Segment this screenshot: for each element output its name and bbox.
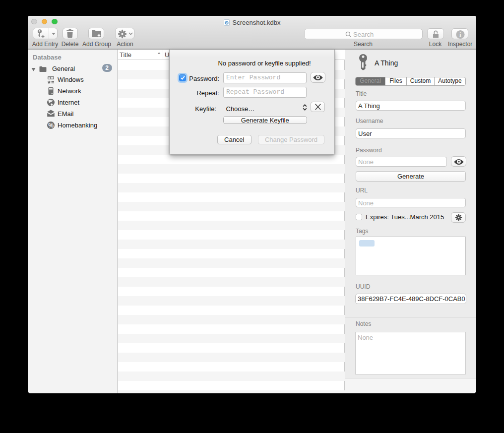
- svg-text:i: i: [459, 31, 461, 38]
- svg-text:%: %: [48, 122, 54, 129]
